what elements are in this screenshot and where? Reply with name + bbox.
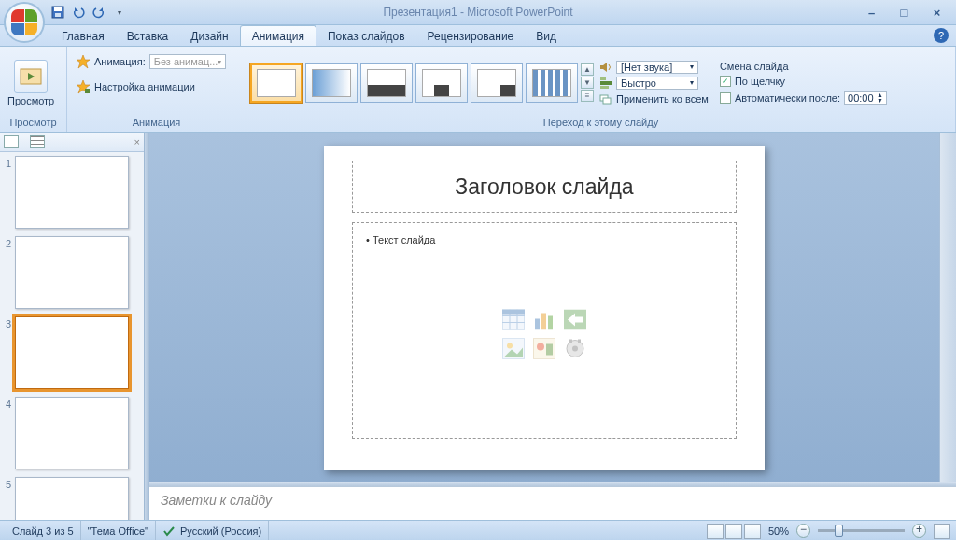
help-icon[interactable]: ?	[934, 28, 949, 43]
normal-view-button[interactable]	[707, 524, 724, 539]
maximize-button[interactable]: □	[894, 5, 914, 20]
office-button[interactable]	[4, 2, 45, 43]
transition-gallery: ▲ ▼ ≡	[250, 60, 594, 106]
slideshow-view-button[interactable]	[744, 524, 761, 539]
redo-icon[interactable]	[91, 5, 106, 20]
group-anim-label: Анимация	[71, 117, 242, 130]
vertical-scrollbar[interactable]	[939, 133, 956, 482]
close-button[interactable]: ×	[927, 5, 947, 20]
slide-thumb-4[interactable]	[15, 397, 129, 469]
svg-rect-1	[54, 7, 62, 11]
custom-animation-button[interactable]: Настройка анимации	[73, 77, 198, 96]
slide: Заголовок слайда • Текст слайда	[324, 146, 765, 470]
checkbox-unchecked-icon	[720, 92, 731, 104]
gallery-more-icon[interactable]: ≡	[581, 90, 594, 102]
tab-view[interactable]: Вид	[525, 26, 568, 46]
content-placeholder[interactable]: • Текст слайда	[352, 222, 737, 439]
svg-rect-21	[541, 313, 546, 329]
tab-animation[interactable]: Анимация	[240, 25, 316, 46]
fit-window-button[interactable]	[934, 524, 950, 539]
notes-pane[interactable]: Заметки к слайду	[149, 486, 956, 520]
gallery-up-icon[interactable]: ▲	[581, 63, 594, 76]
custom-anim-icon	[76, 79, 91, 94]
transition-item-2[interactable]	[305, 63, 358, 103]
preview-button[interactable]: Просмотр	[4, 58, 58, 108]
thumb-number: 1	[2, 156, 11, 169]
content-insert-icons	[500, 307, 588, 360]
animation-dropdown-row[interactable]: Анимация: Без анимац...▾	[73, 52, 229, 71]
transition-sound-row[interactable]: [Нет звука]▾	[599, 60, 709, 75]
body-bullet: •	[366, 234, 373, 245]
slide-thumbnails: 12345	[0, 152, 144, 520]
thumb-number: 5	[2, 477, 11, 490]
transition-speed-dropdown[interactable]: Быстро▾	[616, 77, 698, 90]
auto-after-spinner[interactable]: 00:00▲▼	[844, 91, 887, 105]
zoom-slider-thumb[interactable]	[835, 525, 843, 537]
slide-thumb-5[interactable]	[15, 477, 129, 520]
transition-sound-dropdown[interactable]: [Нет звука]▾	[616, 61, 698, 74]
panel-close-icon[interactable]: ×	[134, 136, 140, 147]
slides-tab-icon[interactable]	[4, 135, 19, 148]
svg-rect-9	[600, 81, 612, 85]
svg-marker-8	[600, 63, 607, 72]
svg-rect-13	[603, 98, 611, 104]
transition-item-3[interactable]	[360, 63, 413, 103]
spellcheck-icon	[162, 525, 176, 538]
thumb-number: 4	[2, 397, 11, 410]
advance-title: Смена слайда	[720, 61, 887, 72]
tab-design[interactable]: Дизайн	[179, 26, 239, 46]
group-preview-label: Просмотр	[4, 117, 63, 130]
transition-speed-row[interactable]: Быстро▾	[599, 76, 709, 91]
anim-star-icon	[76, 54, 91, 69]
svg-rect-30	[546, 343, 553, 355]
undo-icon[interactable]	[71, 5, 86, 20]
tab-insert[interactable]: Вставка	[116, 26, 180, 46]
zoom-in-button[interactable]: +	[912, 524, 926, 538]
insert-table-icon[interactable]	[500, 307, 527, 331]
transition-item-4[interactable]	[415, 63, 468, 103]
tab-slideshow[interactable]: Показ слайдов	[316, 26, 416, 46]
slide-thumb-2[interactable]	[15, 236, 129, 309]
transition-item-5[interactable]	[471, 63, 523, 103]
slide-canvas[interactable]: Заголовок слайда • Текст слайда	[149, 133, 939, 482]
insert-media-icon[interactable]	[562, 336, 588, 360]
transition-item-6[interactable]	[526, 63, 578, 103]
save-icon[interactable]	[50, 5, 65, 20]
status-language[interactable]: Русский (Россия)	[156, 521, 269, 540]
tab-home[interactable]: Главная	[50, 26, 116, 46]
thumb-number: 2	[2, 236, 11, 249]
insert-smartart-icon[interactable]	[562, 307, 588, 331]
zoom-percent[interactable]: 50%	[768, 525, 789, 537]
svg-point-26	[507, 343, 513, 348]
checkbox-checked-icon: ✓	[720, 76, 731, 87]
svg-rect-34	[578, 339, 581, 343]
status-theme: "Тема Office"	[81, 521, 156, 540]
slide-thumb-1[interactable]	[15, 156, 129, 229]
title-placeholder[interactable]: Заголовок слайда	[352, 161, 737, 213]
insert-picture-icon[interactable]	[500, 336, 527, 360]
zoom-slider[interactable]	[818, 529, 905, 532]
auto-after-checkbox[interactable]: Автоматически после: 00:00▲▼	[720, 91, 887, 105]
status-slide-count: Слайд 3 из 5	[6, 521, 81, 540]
svg-rect-10	[600, 77, 606, 80]
gallery-down-icon[interactable]: ▼	[581, 77, 594, 89]
animation-dropdown[interactable]: Без анимац...▾	[149, 54, 227, 69]
preview-label: Просмотр	[7, 95, 54, 106]
slide-thumb-3[interactable]	[15, 316, 129, 389]
minimize-button[interactable]: –	[862, 5, 881, 20]
apply-all-button[interactable]: Применить ко всем	[599, 91, 709, 106]
insert-chart-icon[interactable]	[531, 307, 557, 331]
svg-marker-5	[77, 55, 90, 68]
transition-none[interactable]	[250, 63, 302, 103]
sorter-view-button[interactable]	[725, 524, 742, 539]
tab-review[interactable]: Рецензирование	[416, 26, 526, 46]
svg-point-29	[537, 343, 544, 350]
outline-tab-icon[interactable]	[30, 135, 45, 148]
svg-rect-7	[85, 89, 90, 93]
zoom-out-button[interactable]: −	[796, 524, 810, 538]
on-click-checkbox[interactable]: ✓ По щелчку	[720, 75, 887, 88]
group-transition-label: Переход к этому слайду	[250, 117, 951, 130]
insert-clipart-icon[interactable]	[531, 336, 557, 360]
svg-rect-11	[600, 86, 609, 89]
qat-menu-icon[interactable]: ▾	[112, 5, 127, 20]
